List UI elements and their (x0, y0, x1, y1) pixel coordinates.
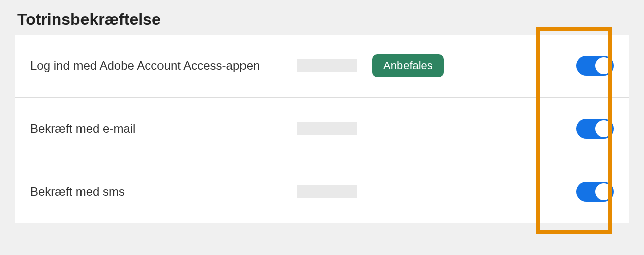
setting-row-email: Bekræft med e-mail (15, 98, 629, 160)
settings-panel: Log ind med Adobe Account Access-appen A… (15, 35, 629, 223)
setting-label: Bekræft med e-mail (30, 122, 297, 136)
toggle-sms[interactable] (576, 182, 614, 202)
section-title: Totrinsbekræftelse (15, 10, 629, 29)
badge-wrapper: Anbefales (372, 54, 463, 77)
redacted-placeholder (297, 59, 357, 72)
recommended-badge: Anbefales (372, 54, 444, 77)
setting-label: Log ind med Adobe Account Access-appen (30, 59, 297, 73)
toggle-email[interactable] (576, 119, 614, 139)
toggle-knob-icon (595, 120, 612, 137)
redacted-placeholder (297, 122, 357, 135)
setting-row-adobe-app: Log ind med Adobe Account Access-appen A… (15, 35, 629, 98)
setting-row-sms: Bekræft med sms (15, 160, 629, 223)
toggle-adobe-app[interactable] (576, 56, 614, 76)
toggle-knob-icon (595, 57, 612, 74)
redacted-placeholder (297, 185, 357, 198)
toggle-knob-icon (595, 183, 612, 200)
setting-label: Bekræft med sms (30, 185, 297, 199)
